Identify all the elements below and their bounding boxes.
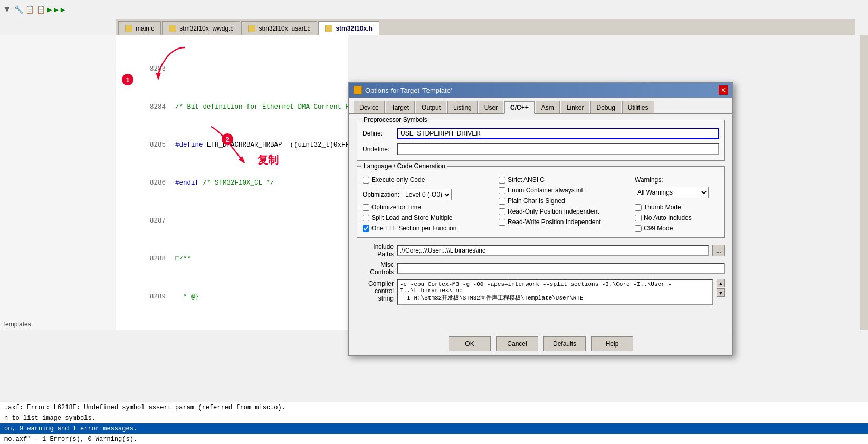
no-auto-includes-row: No Auto Includes	[635, 214, 719, 221]
one-elf-checkbox[interactable]	[363, 225, 369, 232]
split-load-checkbox[interactable]	[363, 215, 369, 221]
warnings-col: Warnings: All Warnings	[635, 176, 719, 198]
warnings-select[interactable]: All Warnings	[635, 187, 709, 198]
code-line-8287: 8287	[148, 216, 348, 226]
preprocessor-section: Preprocessor Symbols Define: Undefine:	[357, 120, 725, 161]
tab-usart[interactable]: stm32f10x_usart.c	[241, 21, 317, 35]
thumb-mode-row: Thumb Mode	[635, 204, 719, 211]
tab-stm32h[interactable]: stm32f10x.h	[318, 21, 379, 35]
status-line-2: n to list image symbols.	[0, 413, 868, 423]
status-line-3: on, 0 warning and 1 error messages.	[0, 423, 868, 434]
ok-button[interactable]: OK	[449, 336, 491, 351]
strict-ansi-checkbox[interactable]	[499, 177, 505, 184]
compiler-area: Compilercontrolstring -c -cpu Cortex-M3 …	[357, 279, 725, 305]
code-scrollbar[interactable]	[860, 35, 868, 330]
warnings-label: Warnings:	[635, 176, 719, 184]
fuzhi-label: 复制	[257, 153, 279, 167]
dialog-tab-user[interactable]: User	[479, 101, 503, 113]
dialog-tab-debug[interactable]: Debug	[590, 101, 621, 113]
dialog-tab-target[interactable]: Target	[386, 101, 415, 113]
dialog-body: Preprocessor Symbols Define: Undefine: L…	[349, 114, 732, 314]
tab-label-wwdg: stm32f10x_wwdg.c	[179, 25, 233, 32]
compiler-label: Compilercontrolstring	[357, 279, 394, 302]
one-elf-row: One ELF Section per Function	[363, 225, 490, 232]
tab-bar: main.c stm32f10x_wwdg.c stm32f10x_usart.…	[116, 19, 855, 35]
code-line-8288: 8288□/**	[148, 254, 348, 264]
readonly-pos-label: Read-Only Position Independent	[508, 208, 599, 215]
undefine-row: Undefine:	[363, 143, 719, 155]
dialog-tab-utilities[interactable]: Utilities	[622, 101, 654, 113]
enum-container-label: Enum Container always int	[508, 187, 583, 194]
dialog-tab-cpp[interactable]: C/C++	[504, 101, 535, 114]
compiler-textbox[interactable]: -c -cpu Cortex-M3 -g -O0 -apcs=interwork…	[397, 279, 713, 305]
strict-ansi-label: Strict ANSI C	[508, 176, 545, 184]
optimize-time-row: Optimize for Time	[363, 204, 490, 211]
execute-only-row: Execute-only Code	[363, 176, 490, 184]
tab-label-main: main.c	[136, 25, 154, 32]
readwrite-pos-checkbox[interactable]	[499, 219, 505, 226]
help-button[interactable]: Help	[591, 336, 633, 351]
code-line-8289: 8289 * @}	[148, 292, 348, 302]
tab-main-c[interactable]: main.c	[118, 21, 161, 35]
optimization-select[interactable]: Level 0 (-O0)	[403, 189, 452, 200]
defaults-button[interactable]: Defaults	[543, 336, 586, 351]
c99-mode-checkbox[interactable]	[635, 225, 642, 232]
dialog-close-button[interactable]: ✕	[719, 85, 728, 95]
split-load-row: Split Load and Store Multiple	[363, 214, 490, 221]
cancel-button[interactable]: Cancel	[496, 336, 538, 351]
annotation-marker-1: 1	[122, 74, 133, 85]
optimize-time-checkbox[interactable]	[363, 204, 369, 211]
enum-container-checkbox[interactable]	[499, 187, 505, 194]
tab-icon-wwdg	[169, 25, 176, 32]
browse-button[interactable]: ...	[712, 245, 725, 256]
thumb-mode-checkbox[interactable]	[635, 204, 642, 211]
enum-container-row: Enum Container always int	[499, 187, 626, 194]
include-paths-input[interactable]	[397, 245, 709, 256]
dialog-tab-linker[interactable]: Linker	[561, 101, 590, 113]
code-content: 8283 8284/* Bit definition for Ethernet …	[148, 36, 348, 330]
preprocessor-title: Preprocessor Symbols	[361, 116, 430, 123]
scroll-down-arrow[interactable]: ▼	[717, 288, 725, 297]
readonly-pos-checkbox[interactable]	[499, 208, 505, 215]
status-line-4: mo.axf" - 1 Error(s), 0 Warning(s).	[0, 434, 868, 444]
dialog-tab-device[interactable]: Device	[354, 101, 385, 113]
dialog-title-bar: Options for Target 'Template' ✕	[349, 83, 732, 98]
plain-char-label: Plain Char is Signed	[508, 197, 565, 205]
options-dialog: Options for Target 'Template' ✕ Device T…	[348, 82, 733, 356]
code-line-8284: 8284/* Bit definition for Ethernet DMA C…	[148, 102, 348, 112]
one-elf-label: One ELF Section per Function	[371, 225, 456, 232]
dialog-tab-asm[interactable]: Asm	[536, 101, 560, 113]
dialog-tab-listing[interactable]: Listing	[447, 101, 478, 113]
templates-label: Templates	[2, 321, 31, 328]
tab-label-usart: stm32f10x_usart.c	[259, 25, 310, 32]
language-title: Language / Code Generation	[361, 162, 447, 170]
optimize-time-label: Optimize for Time	[371, 204, 421, 211]
scroll-up-arrow[interactable]: ▲	[717, 279, 725, 287]
code-area: 8283 8284/* Bit definition for Ethernet …	[116, 35, 348, 330]
undefine-input[interactable]	[397, 143, 719, 155]
include-paths-label: IncludePaths	[357, 243, 394, 258]
code-line-8283: 8283	[148, 64, 348, 74]
left-panel: Templates	[0, 35, 116, 330]
misc-controls-label: MiscControls	[357, 261, 394, 276]
dialog-tab-output[interactable]: Output	[416, 101, 446, 113]
tab-icon-main	[125, 25, 132, 32]
define-label: Define:	[363, 130, 394, 137]
thumb-mode-label: Thumb Mode	[644, 204, 681, 211]
scroll-arrows: ▲ ▼	[717, 279, 725, 297]
readwrite-pos-label: Read-Write Position Independent	[508, 218, 601, 226]
undefine-label: Undefine:	[363, 146, 394, 153]
tab-label-stm32h: stm32f10x.h	[336, 25, 372, 32]
no-auto-includes-checkbox[interactable]	[635, 215, 642, 221]
dialog-tab-bar: Device Target Output Listing User C/C++ …	[349, 98, 732, 114]
readonly-pos-row: Read-Only Position Independent	[499, 208, 626, 215]
misc-controls-input[interactable]	[397, 263, 725, 274]
define-row: Define:	[363, 128, 719, 139]
dialog-icon	[354, 86, 362, 94]
tab-wwdg[interactable]: stm32f10x_wwdg.c	[162, 21, 240, 35]
execute-only-checkbox[interactable]	[363, 177, 369, 184]
plain-char-checkbox[interactable]	[499, 198, 505, 205]
strict-ansi-row: Strict ANSI C	[499, 176, 626, 184]
code-line-8285: 8285#define ETH_DMACHRBAR_HRBAP ((uint32…	[148, 140, 348, 150]
define-input[interactable]	[397, 128, 719, 139]
